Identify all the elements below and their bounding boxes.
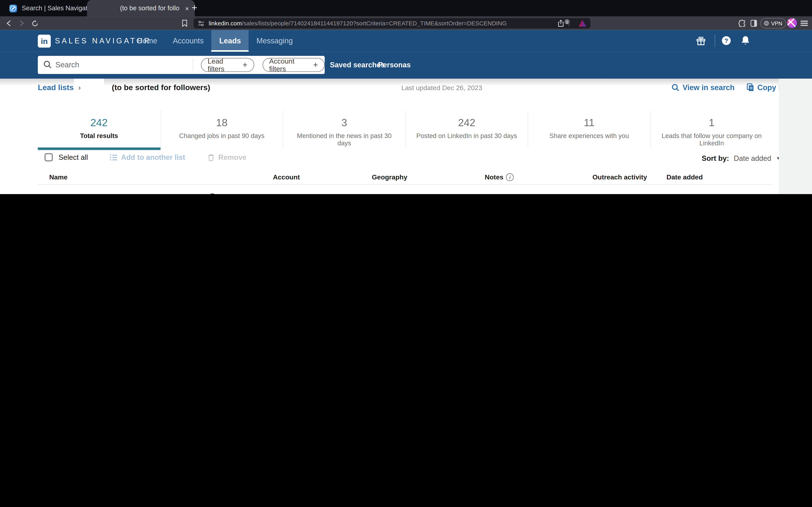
search-bar-row: Search Lead filters + Account filters + …: [0, 52, 812, 78]
stat-posted-linkedin[interactable]: 242 Posted on LinkedIn in past 30 days: [405, 110, 528, 147]
plus-icon: +: [243, 60, 247, 69]
extensions-icon[interactable]: [738, 19, 747, 28]
forward-icon[interactable]: [17, 19, 27, 28]
browser-window: Search | Sales Navigator (to be sorted f…: [0, 0, 812, 194]
tab-title: (to be sorted for follo: [120, 5, 180, 12]
page-title: (to be sorted for followers): [112, 83, 210, 92]
vpn-button[interactable]: − VPN: [760, 18, 786, 28]
caret-down-icon: ▼: [776, 156, 779, 161]
account-filters-button[interactable]: Account filters +: [262, 58, 325, 72]
remove-button[interactable]: Remove: [208, 153, 247, 161]
url-bar[interactable]: linkedin.com/sales/lists/people/71402418…: [194, 18, 590, 28]
site-favicon: [9, 4, 17, 12]
search-input[interactable]: Search: [55, 61, 79, 69]
bat-rewards-icon[interactable]: [578, 20, 586, 27]
sort-value: Date added: [734, 154, 771, 162]
lead-list-page: Lead lists › (to be sorted for followers…: [0, 78, 779, 194]
bookmark-icon[interactable]: [180, 19, 189, 28]
col-date-added: Date added: [666, 173, 703, 181]
tab-title: Search | Sales Navigator: [22, 5, 93, 12]
saved-check-icon: ✓: [209, 193, 216, 194]
notifications-icon[interactable]: [741, 36, 750, 46]
lead-table: 3rd 1 List ✓ Greater Houston Add note No…: [0, 184, 779, 194]
saved-searches-link[interactable]: Saved searches: [330, 61, 385, 69]
chevron-right-icon: ›: [78, 83, 81, 91]
nav-item-leads[interactable]: Leads: [211, 30, 249, 52]
sales-navigator-header: in SALES NAVIGATOR Home Accounts Leads M…: [0, 30, 812, 52]
linkedin-logo[interactable]: in: [38, 35, 51, 48]
table-row: 3rd 1 List ✓ Greater Houston Add note No…: [0, 184, 779, 194]
breadcrumb: Lead lists › (to be sorted for followers…: [38, 83, 210, 92]
trash-icon: [208, 154, 215, 161]
sort-control[interactable]: Sort by: Date added ▼: [702, 154, 779, 162]
stat-total-results[interactable]: 242 Total results: [38, 110, 160, 147]
new-tab-button[interactable]: +: [192, 2, 197, 13]
main-nav: Home Accounts Leads Messaging: [130, 30, 301, 52]
gift-icon[interactable]: [696, 36, 706, 46]
list-icon: [110, 154, 117, 161]
copy-icon: [747, 83, 754, 92]
nav-item-home[interactable]: Home: [130, 30, 165, 52]
divider: [193, 59, 193, 71]
col-name: Name: [49, 173, 67, 181]
tab-close-icon[interactable]: ×: [185, 5, 189, 12]
info-icon[interactable]: i: [506, 173, 514, 181]
lead-filters-button[interactable]: Lead filters +: [201, 58, 254, 72]
browser-toolbar: linkedin.com/sales/lists/people/71402418…: [0, 17, 812, 30]
vpn-label: VPN: [771, 20, 782, 26]
last-updated-text: Last updated Dec 26, 2023: [401, 84, 482, 92]
breadcrumb-lead-lists-link[interactable]: Lead lists: [38, 83, 74, 92]
search-icon: [43, 61, 52, 69]
stats-cards: 242 Total results 18 Changed jobs in pas…: [38, 110, 773, 147]
col-notes: Notes i: [485, 173, 514, 181]
stat-follow-company[interactable]: 1 Leads that follow your company on Link…: [650, 110, 773, 147]
browser-menu-icon[interactable]: [801, 20, 808, 21]
shield-badge: 1: [564, 19, 569, 24]
share-icon[interactable]: [558, 19, 564, 27]
col-geography: Geography: [372, 173, 407, 181]
nav-item-messaging[interactable]: Messaging: [249, 30, 301, 52]
add-to-another-list-button[interactable]: Add to another list: [110, 153, 185, 161]
url-host: linkedin.com: [209, 20, 242, 26]
browser-profile-avatar[interactable]: [787, 18, 797, 28]
browser-tab-bar: Search | Sales Navigator (to be sorted f…: [0, 0, 812, 17]
reload-icon[interactable]: [30, 19, 40, 28]
plus-icon: +: [313, 60, 318, 69]
browser-tab-active[interactable]: (to be sorted for follo ×: [87, 0, 195, 17]
stat-changed-jobs[interactable]: 18 Changed jobs in past 90 days: [160, 110, 283, 147]
vpn-status-icon: −: [764, 20, 769, 26]
copy-list-button[interactable]: Copy list: [747, 83, 779, 92]
stat-mentioned-news[interactable]: 3 Mentioned in the news in past 30 days: [283, 110, 405, 147]
url-path: /sales/lists/people/7140241841144197120?…: [242, 20, 507, 26]
divider: [715, 35, 715, 47]
col-account: Account: [273, 173, 300, 181]
view-in-search-button[interactable]: View in search: [672, 83, 734, 92]
help-icon[interactable]: ?: [722, 36, 730, 45]
connection-degree: 3rd: [172, 193, 183, 194]
list-count: 1 List: [187, 193, 204, 194]
sidebar-icon[interactable]: [749, 19, 758, 28]
stat-share-experiences[interactable]: 11 Share experiences with you: [528, 110, 650, 147]
personas-link[interactable]: Personas: [378, 61, 411, 69]
back-icon[interactable]: [4, 19, 13, 28]
browser-tab-inactive[interactable]: Search | Sales Navigator: [4, 0, 99, 17]
search-container: Search Lead filters + Account filters +: [38, 56, 325, 74]
select-all-checkbox[interactable]: [45, 153, 53, 161]
search-icon: [672, 83, 679, 91]
select-all-label: Select all: [58, 153, 88, 161]
col-outreach: Outreach activity: [592, 173, 647, 181]
page-gutter: [779, 78, 812, 194]
nav-item-accounts[interactable]: Accounts: [165, 30, 211, 52]
